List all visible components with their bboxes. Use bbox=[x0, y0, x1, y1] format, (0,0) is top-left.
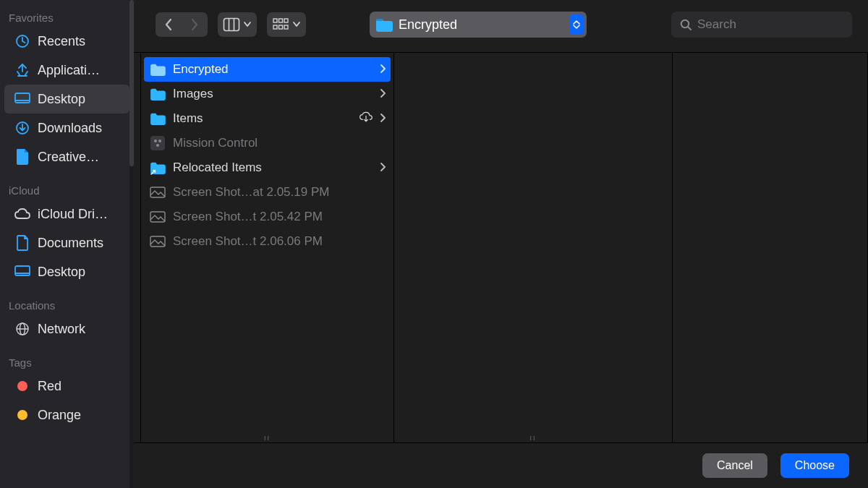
sidebar-item-label: Applicati… bbox=[38, 63, 100, 78]
svg-rect-12 bbox=[273, 19, 277, 22]
sidebar-item-label: Documents bbox=[38, 236, 103, 251]
svg-rect-15 bbox=[273, 25, 277, 29]
item-screenshot-2[interactable]: Screen Shot…t 2.05.42 PM bbox=[141, 205, 393, 229]
chevron-right-icon bbox=[380, 114, 386, 124]
search-icon bbox=[680, 19, 692, 30]
list-item-label: Screen Shot…t 2.05.42 PM bbox=[173, 210, 386, 224]
sidebar-section-label: Tags bbox=[0, 352, 134, 372]
column-resize-handle[interactable]: II bbox=[394, 434, 672, 442]
sidebar-item-label: Red bbox=[38, 379, 61, 394]
chevron-right-icon bbox=[380, 163, 386, 174]
popup-stepper-icon bbox=[569, 14, 584, 35]
forward-button[interactable] bbox=[182, 12, 208, 37]
list-item-label: Screen Shot…at 2.05.19 PM bbox=[173, 185, 386, 200]
svg-line-20 bbox=[688, 27, 691, 30]
desktop2-icon bbox=[14, 264, 30, 280]
svg-rect-18 bbox=[376, 19, 383, 21]
toolbar: Encrypted bbox=[134, 0, 868, 52]
sidebar-item-icloud-desktop[interactable]: Desktop bbox=[4, 257, 129, 286]
path-title: Encrypted bbox=[399, 17, 563, 33]
dot-icon bbox=[14, 378, 30, 394]
path-popup[interactable]: Encrypted bbox=[370, 12, 587, 38]
list-item-label: Screen Shot…t 2.06.06 PM bbox=[173, 234, 386, 249]
sidebar-tag-orange[interactable]: Orange bbox=[4, 401, 129, 429]
list-item-label: Mission Control bbox=[173, 136, 386, 150]
list-item-label: Items bbox=[173, 111, 352, 126]
svg-point-22 bbox=[154, 140, 157, 142]
column-3[interactable] bbox=[673, 53, 868, 442]
sidebar-item-applications[interactable]: Applicati… bbox=[4, 56, 129, 85]
item-items[interactable]: Items bbox=[141, 106, 393, 131]
column-1[interactable]: EncryptedImagesItemsMission ControlReloc… bbox=[141, 53, 394, 442]
svg-rect-1 bbox=[15, 93, 30, 103]
sidebar-item-label: Recents bbox=[38, 34, 85, 49]
svg-rect-21 bbox=[150, 136, 165, 150]
main-panel: Encrypted EncryptedImagesItemsMission Co… bbox=[134, 0, 868, 488]
cancel-button[interactable]: Cancel bbox=[702, 453, 767, 478]
globe-icon bbox=[14, 321, 30, 337]
choose-button[interactable]: Choose bbox=[780, 453, 849, 478]
sidebar-item-icloud-drive[interactable]: iCloud Dri… bbox=[4, 200, 129, 228]
chevron-left-icon bbox=[165, 19, 172, 30]
sidebar: FavoritesRecentsApplicati…DesktopDownloa… bbox=[0, 0, 134, 488]
alias-icon bbox=[150, 161, 166, 174]
sidebar-item-documents[interactable]: Documents bbox=[4, 228, 129, 257]
dot-icon bbox=[14, 407, 30, 423]
cloud-icon bbox=[14, 206, 30, 222]
cloud-download-icon bbox=[359, 111, 373, 127]
svg-rect-16 bbox=[279, 25, 283, 29]
sidebar-item-downloads[interactable]: Downloads bbox=[4, 114, 129, 142]
image-icon bbox=[150, 211, 166, 223]
folder-icon bbox=[150, 112, 166, 125]
folder-icon bbox=[150, 63, 166, 76]
sidebar-item-recents[interactable]: Recents bbox=[4, 27, 129, 56]
sidebar-item-label: Network bbox=[38, 322, 85, 337]
sidebar-item-label: Orange bbox=[38, 408, 81, 423]
file-icon bbox=[14, 149, 30, 165]
file-chooser-window: FavoritesRecentsApplicati…DesktopDownloa… bbox=[0, 0, 868, 488]
search-field[interactable] bbox=[671, 12, 852, 38]
sidebar-item-network[interactable]: Network bbox=[4, 314, 129, 343]
search-input[interactable] bbox=[697, 17, 851, 32]
sidebar-scroll-thumb[interactable] bbox=[129, 0, 134, 166]
clock-icon bbox=[14, 33, 30, 49]
list-item-label: Relocated Items bbox=[173, 160, 373, 175]
sidebar-item-label: Desktop bbox=[38, 92, 85, 107]
view-mode-columns-button[interactable] bbox=[218, 12, 257, 37]
column-resize-handle[interactable]: II bbox=[141, 434, 393, 442]
download-icon bbox=[14, 120, 30, 136]
column-2[interactable]: II bbox=[394, 53, 673, 442]
apps-icon bbox=[14, 62, 30, 78]
sidebar-item-creative[interactable]: Creative… bbox=[4, 142, 129, 171]
chevron-down-icon bbox=[244, 22, 251, 27]
svg-rect-25 bbox=[150, 187, 165, 197]
item-screenshot-1[interactable]: Screen Shot…at 2.05.19 PM bbox=[141, 180, 393, 205]
item-encrypted[interactable]: Encrypted bbox=[144, 57, 391, 82]
sidebar-item-label: Desktop bbox=[38, 265, 85, 280]
item-relocated-items[interactable]: Relocated Items bbox=[141, 155, 393, 180]
sidebar-tag-red[interactable]: Red bbox=[4, 372, 129, 401]
item-mission-control[interactable]: Mission Control bbox=[141, 131, 393, 155]
group-by-button[interactable] bbox=[267, 12, 306, 37]
image-icon bbox=[150, 236, 166, 247]
back-button[interactable] bbox=[156, 12, 182, 37]
chevron-right-icon bbox=[380, 89, 386, 100]
column-gutter bbox=[134, 53, 141, 442]
sidebar-scrollbar[interactable] bbox=[129, 0, 134, 488]
svg-rect-4 bbox=[15, 266, 30, 275]
svg-rect-17 bbox=[284, 25, 288, 29]
doc-icon bbox=[14, 235, 30, 251]
folder-icon bbox=[375, 17, 393, 32]
svg-point-23 bbox=[158, 140, 161, 142]
sidebar-item-label: Creative… bbox=[38, 150, 99, 165]
svg-rect-27 bbox=[150, 236, 165, 247]
column-browser: EncryptedImagesItemsMission ControlReloc… bbox=[134, 52, 868, 443]
image-icon bbox=[150, 187, 166, 198]
chevron-right-icon bbox=[380, 64, 386, 75]
item-images[interactable]: Images bbox=[141, 82, 393, 106]
nav-back-forward bbox=[156, 12, 208, 37]
sidebar-item-desktop[interactable]: Desktop bbox=[4, 85, 129, 114]
desktop-icon bbox=[14, 91, 30, 107]
app-icon bbox=[150, 136, 166, 150]
item-screenshot-3[interactable]: Screen Shot…t 2.06.06 PM bbox=[141, 229, 393, 254]
